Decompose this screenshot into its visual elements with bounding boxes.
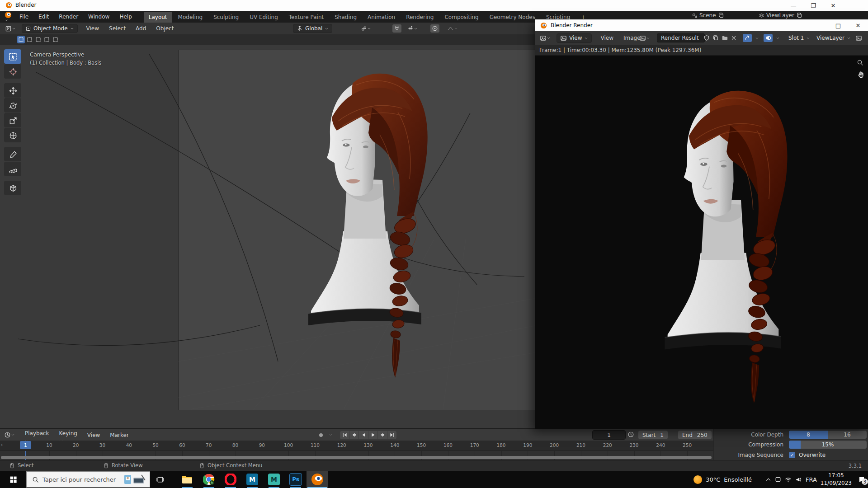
taskbar-app-maya-teal[interactable]: M: [263, 471, 285, 488]
color-depth-16-button[interactable]: 16: [828, 431, 867, 439]
proportional-falloff-dropdown[interactable]: [446, 24, 459, 33]
color-depth-8-button[interactable]: 8: [789, 431, 828, 439]
tray-display-icon[interactable]: [775, 476, 781, 483]
timeline-expand-arrow[interactable]: ›: [1, 442, 3, 448]
menubar-file[interactable]: File: [14, 11, 33, 23]
workspace-tab-compositing[interactable]: Compositing: [439, 12, 483, 23]
viewport-menu-select[interactable]: Select: [104, 23, 131, 34]
overlays-toggle[interactable]: [764, 34, 773, 42]
pan-hand-gizmo-icon[interactable]: [857, 71, 864, 78]
display-mode-dropdown[interactable]: View: [557, 33, 592, 43]
previous-keyframe-button[interactable]: [349, 431, 359, 439]
workspace-tab-layout[interactable]: Layout: [144, 12, 172, 23]
gizmos-dropdown[interactable]: [754, 35, 760, 41]
editor-type-timeline-button[interactable]: [3, 431, 16, 439]
start-button[interactable]: [0, 471, 26, 488]
main-restore-button[interactable]: ❐: [803, 0, 823, 11]
main-close-button[interactable]: ✕: [823, 0, 843, 11]
taskbar-app-blender[interactable]: [307, 471, 328, 488]
tool-scale[interactable]: [4, 113, 21, 127]
viewport-menu-add[interactable]: Add: [131, 23, 151, 34]
jump-to-end-button[interactable]: [387, 431, 396, 439]
menubar-render[interactable]: Render: [54, 11, 83, 23]
render-result-image[interactable]: [535, 56, 868, 429]
object-mode-dropdown[interactable]: Object Mode: [22, 24, 78, 33]
open-image-folder-icon[interactable]: [720, 34, 729, 42]
pivot-point-dropdown[interactable]: [359, 24, 373, 33]
scene-selector[interactable]: Scene: [692, 12, 724, 19]
transform-orientation-dropdown[interactable]: Global: [293, 24, 332, 33]
frame-end-field[interactable]: End250: [678, 431, 712, 439]
clock[interactable]: 17:05 11/09/2023: [821, 472, 852, 488]
unlink-image-icon[interactable]: [729, 34, 738, 42]
render-menu-view[interactable]: View: [595, 32, 618, 44]
taskbar-app-photoshop[interactable]: Ps: [285, 471, 307, 488]
select-mode-intersect[interactable]: [52, 36, 59, 43]
timeline-ruler[interactable]: › 10203040506070809010011012013014015016…: [0, 441, 713, 450]
workspace-tab-sculpting[interactable]: Sculpting: [208, 12, 244, 23]
wifi-icon[interactable]: [785, 476, 792, 483]
render-slot-dropdown[interactable]: Slot 1: [785, 34, 813, 42]
render-maximize-button[interactable]: □: [828, 19, 848, 31]
menubar-window[interactable]: Window: [83, 11, 114, 23]
menubar-edit[interactable]: Edit: [33, 11, 54, 23]
tray-expand-icon[interactable]: [765, 477, 771, 483]
keying-set-dropdown[interactable]: [327, 432, 334, 438]
workspace-tab-animation[interactable]: Animation: [363, 12, 400, 23]
viewport-menu-view[interactable]: View: [81, 23, 104, 34]
proportional-editing-toggle[interactable]: [430, 24, 439, 33]
taskbar-weather[interactable]: 30°C Ensoleillé: [693, 475, 752, 484]
workspace-tab-uv-editing[interactable]: UV Editing: [245, 12, 283, 23]
tool-measure[interactable]: [4, 162, 21, 176]
timeline-menu-view[interactable]: View: [82, 429, 105, 441]
task-view-button[interactable]: [150, 471, 170, 488]
image-browse-dropdown[interactable]: [638, 34, 651, 42]
snapping-toggle[interactable]: [392, 24, 401, 33]
tool-annotate[interactable]: [4, 147, 21, 161]
auto-keying-toggle[interactable]: [316, 431, 326, 439]
frame-start-field[interactable]: Start1: [638, 431, 668, 439]
jump-to-start-button[interactable]: [340, 431, 349, 439]
current-frame-marker[interactable]: 1: [20, 441, 31, 449]
viewlayer-selector[interactable]: ViewLayer: [759, 12, 802, 19]
render-viewlayer-dropdown[interactable]: ViewLayer: [813, 34, 854, 42]
language-indicator[interactable]: FRA: [806, 476, 817, 483]
current-frame-field[interactable]: 1: [592, 430, 626, 440]
taskbar-app-maya-blue[interactable]: M: [241, 471, 263, 488]
new-image-copy-icon[interactable]: [711, 34, 720, 42]
select-mode-extend[interactable]: [26, 36, 33, 43]
taskbar-app-chrome[interactable]: h: [198, 471, 220, 488]
overwrite-checkbox[interactable]: ✓: [789, 452, 795, 458]
speaker-icon[interactable]: [795, 476, 802, 483]
workspace-tab-shading[interactable]: Shading: [330, 12, 362, 23]
editor-type-image-editor-button[interactable]: [538, 34, 552, 42]
menubar-help[interactable]: Help: [114, 11, 137, 23]
tool-transform[interactable]: [4, 128, 21, 142]
taskbar-app-file-explorer[interactable]: [176, 471, 198, 488]
play-button[interactable]: [368, 431, 377, 439]
snapping-dropdown[interactable]: [406, 24, 419, 33]
timeline-scrollbar[interactable]: [1, 456, 712, 459]
compression-slider[interactable]: 15%: [789, 441, 867, 449]
play-reverse-button[interactable]: [359, 431, 368, 439]
taskbar-app-opera[interactable]: [220, 471, 241, 488]
workspace-tab-rendering[interactable]: Rendering: [401, 12, 439, 23]
gizmos-toggle[interactable]: [743, 34, 752, 42]
workspace-tab-modeling[interactable]: Modeling: [173, 12, 208, 23]
select-mode-set[interactable]: [17, 36, 25, 43]
model-head-viewport[interactable]: [284, 58, 447, 383]
use-preview-range-icon[interactable]: [627, 431, 634, 438]
timeline-menu-marker[interactable]: Marker: [105, 429, 133, 441]
select-mode-invert[interactable]: [43, 36, 51, 43]
select-mode-subtract[interactable]: [34, 36, 42, 43]
pin-image-icon[interactable]: [854, 34, 863, 42]
tool-rotate[interactable]: [4, 98, 21, 113]
blender-menu-logo-icon[interactable]: [5, 11, 12, 22]
next-keyframe-button[interactable]: [378, 431, 387, 439]
main-minimize-button[interactable]: —: [783, 0, 803, 11]
render-close-button[interactable]: ✕: [848, 19, 868, 31]
taskbar-search[interactable]: Taper ici pour rechercher: [26, 471, 150, 488]
timeline-track[interactable]: [0, 450, 713, 460]
viewport-menu-object[interactable]: Object: [151, 23, 179, 34]
zoom-gizmo-icon[interactable]: [857, 59, 863, 66]
